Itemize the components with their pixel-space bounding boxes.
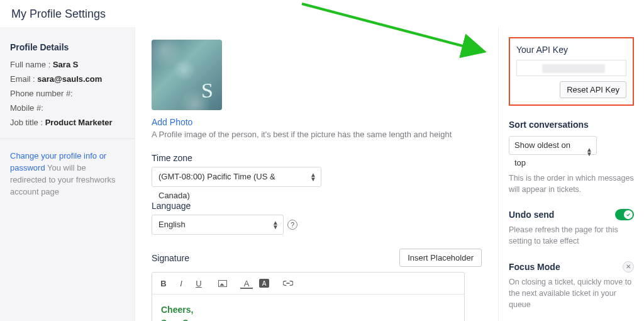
layout: Profile Details Full name : Sara S Email… bbox=[0, 27, 644, 321]
italic-button[interactable]: I bbox=[172, 275, 190, 291]
undo-heading: Undo send bbox=[509, 210, 554, 220]
language-select-wrap: English ▲▼ bbox=[152, 215, 284, 235]
link-button[interactable] bbox=[279, 275, 297, 291]
bold-button[interactable]: B bbox=[155, 275, 172, 291]
timezone-select[interactable]: (GMT-08:00) Pacific Time (US & Canada) bbox=[152, 167, 321, 187]
help-icon[interactable]: ? bbox=[287, 220, 297, 230]
sort-desc: This is the order in which messages will… bbox=[509, 172, 634, 195]
page-title: My Profile Settings bbox=[0, 0, 644, 27]
focus-desc: On closing a ticket, quickly move to the… bbox=[509, 276, 634, 310]
x-icon: ✕ bbox=[626, 263, 631, 270]
signature-label: Signature bbox=[152, 253, 189, 263]
api-key-field[interactable] bbox=[516, 60, 626, 76]
language-label: Language bbox=[152, 201, 482, 211]
detail-mobile: Mobile #: bbox=[10, 103, 125, 113]
sort-section: Sort conversations Show oldest on top ▲▼… bbox=[509, 120, 634, 195]
image-icon bbox=[218, 280, 227, 287]
underline-button[interactable]: U bbox=[190, 275, 208, 291]
avatar-initial: S bbox=[201, 79, 213, 103]
detail-job: Job title : Product Marketer bbox=[10, 118, 125, 127]
sort-heading: Sort conversations bbox=[509, 120, 634, 130]
language-select[interactable]: English bbox=[152, 215, 284, 235]
insert-placeholder-button[interactable]: Insert Placeholder bbox=[399, 249, 482, 267]
sort-select[interactable]: Show oldest on top bbox=[509, 136, 597, 155]
focus-heading: Focus Mode bbox=[509, 262, 560, 272]
sidebar-divider bbox=[0, 138, 135, 139]
change-profile-block: Change your profile info or password You… bbox=[10, 150, 125, 198]
undo-desc: Please refresh the page for this setting… bbox=[509, 224, 634, 247]
text-bg-button[interactable]: A bbox=[255, 275, 273, 291]
undo-send-toggle[interactable] bbox=[615, 209, 634, 220]
detail-phone: Phone number #: bbox=[10, 89, 125, 98]
timezone-label: Time zone bbox=[152, 153, 482, 163]
email-value: sara@sauls.com bbox=[37, 74, 102, 84]
signature-header: Signature Insert Placeholder bbox=[152, 249, 482, 267]
avatar[interactable]: S bbox=[152, 40, 222, 110]
api-key-box: Your API Key Reset API Key bbox=[509, 37, 634, 106]
check-icon bbox=[626, 212, 631, 217]
sidebar-heading: Profile Details bbox=[10, 42, 125, 52]
detail-fullname: Full name : Sara S bbox=[10, 60, 125, 69]
text-bg-icon: A bbox=[259, 279, 269, 288]
signature-body[interactable]: Cheers, Sara S Product Marketer, Sauls I… bbox=[152, 295, 464, 321]
job-value: Product Marketer bbox=[45, 118, 113, 127]
api-key-heading: Your API Key bbox=[516, 45, 626, 55]
focus-mode-button[interactable]: ✕ bbox=[623, 261, 634, 273]
fullname-value: Sara S bbox=[53, 60, 78, 69]
reset-api-key-button[interactable]: Reset API Key bbox=[560, 81, 626, 98]
photo-hint: A Profile image of the person, it's best… bbox=[152, 130, 482, 139]
focus-section: Focus Mode ✕ On closing a ticket, quickl… bbox=[509, 261, 634, 310]
signature-editor: B I U A A Cheers, Sara S Product Markete… bbox=[152, 272, 465, 321]
sig-line2: Sara S bbox=[161, 317, 455, 321]
undo-section: Undo send Please refresh the page for th… bbox=[509, 209, 634, 247]
signature-toolbar: B I U A A bbox=[152, 273, 464, 295]
fullname-label: Full name : bbox=[10, 60, 53, 69]
image-button[interactable] bbox=[214, 275, 231, 291]
link-icon bbox=[283, 281, 293, 286]
right-panel: Your API Key Reset API Key Sort conversa… bbox=[498, 27, 644, 321]
sig-line1: Cheers, bbox=[161, 303, 455, 317]
language-row: English ▲▼ ? bbox=[152, 215, 482, 235]
toggle-knob bbox=[624, 210, 633, 219]
text-color-button[interactable]: A bbox=[238, 275, 255, 291]
job-label: Job title : bbox=[10, 118, 45, 127]
add-photo-link[interactable]: Add Photo bbox=[152, 117, 192, 127]
sidebar: Profile Details Full name : Sara S Email… bbox=[0, 27, 135, 321]
timezone-select-wrap: (GMT-08:00) Pacific Time (US & Canada) ▲… bbox=[152, 167, 321, 187]
email-label: Email : bbox=[10, 74, 37, 84]
detail-email: Email : sara@sauls.com bbox=[10, 74, 125, 84]
main: S Add Photo A Profile image of the perso… bbox=[135, 27, 498, 321]
